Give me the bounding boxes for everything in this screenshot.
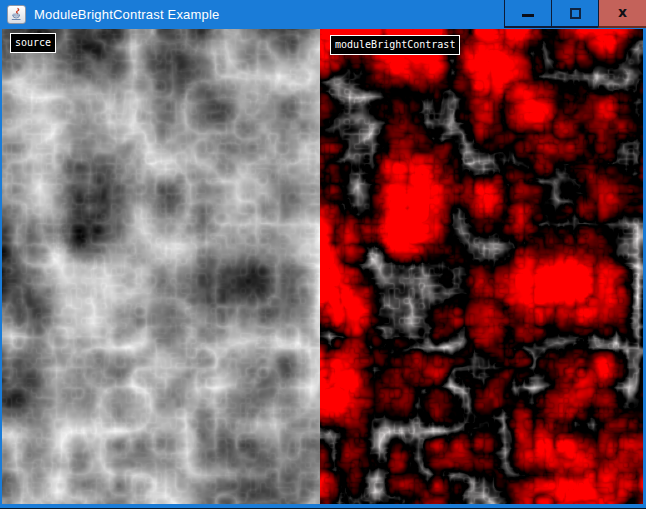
source-label: source bbox=[10, 33, 56, 53]
minimize-button[interactable] bbox=[504, 0, 551, 28]
java-app-icon[interactable] bbox=[7, 5, 26, 24]
window-title: ModuleBrightContrast Example bbox=[34, 7, 220, 22]
minimize-icon bbox=[522, 14, 534, 17]
source-image bbox=[2, 29, 320, 504]
app-window: ModuleBrightContrast Example x source mo… bbox=[0, 0, 646, 509]
result-label: moduleBrightContrast bbox=[330, 35, 460, 55]
close-button[interactable]: x bbox=[598, 0, 646, 28]
maximize-icon bbox=[570, 8, 581, 19]
window-controls: x bbox=[504, 0, 646, 28]
result-panel: moduleBrightContrast bbox=[320, 29, 643, 504]
source-panel: source bbox=[2, 29, 320, 504]
content-area: source moduleBrightContrast bbox=[2, 29, 643, 504]
java-coffee-cup-icon bbox=[9, 7, 24, 22]
titlebar: ModuleBrightContrast Example x bbox=[0, 0, 646, 29]
module-bright-contrast-image bbox=[320, 29, 643, 504]
close-icon: x bbox=[618, 5, 627, 19]
maximize-button[interactable] bbox=[551, 0, 598, 28]
